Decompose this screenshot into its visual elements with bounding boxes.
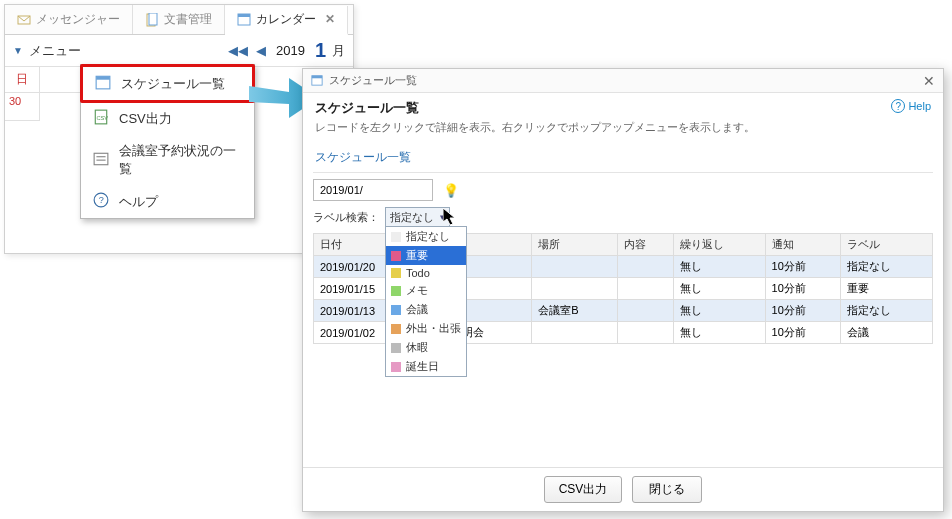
menu-item-room-status[interactable]: 会議室予約状況の一覧 — [81, 135, 254, 185]
dialog-subtitle: レコードを左クリックで詳細を表示。右クリックでポップアップメニューを表示します。 — [315, 120, 755, 135]
svg-marker-17 — [443, 208, 455, 225]
label-filter-caption: ラベル検索： — [313, 210, 379, 225]
month-suffix: 月 — [332, 42, 345, 60]
label-option-out[interactable]: 外出・出張 — [386, 319, 466, 338]
month-number: 1 — [315, 39, 326, 62]
menu-item-label: スケジュール一覧 — [121, 75, 225, 93]
label-option-memo[interactable]: メモ — [386, 281, 466, 300]
label-filter-select[interactable]: 指定なし ▾ — [385, 207, 450, 227]
schedule-list-dialog: スケジュール一覧 ✕ スケジュール一覧 レコードを左クリックで詳細を表示。右クリ… — [302, 68, 944, 512]
col-date[interactable]: 日付 — [314, 234, 388, 256]
date-filter-input[interactable] — [313, 179, 433, 201]
label-option-holiday[interactable]: 休暇 — [386, 338, 466, 357]
dialog-header: スケジュール一覧 レコードを左クリックで詳細を表示。右クリックでポップアップメニ… — [303, 93, 943, 139]
calendar-icon — [311, 74, 323, 88]
year-label: 2019 — [276, 43, 305, 58]
cursor-icon — [443, 208, 459, 228]
label-option-text: メモ — [406, 283, 428, 298]
menu-dropdown-icon[interactable]: ▼ — [13, 45, 23, 56]
label-option-important[interactable]: 重要 — [386, 246, 466, 265]
calendar-cell[interactable]: 30 — [5, 93, 40, 121]
cell-place — [532, 278, 618, 300]
list-icon — [93, 151, 109, 170]
tab-label: カレンダー — [256, 11, 316, 28]
color-swatch-icon — [391, 268, 401, 278]
highlight-box: スケジュール一覧 — [80, 64, 255, 103]
nav-prev-icon[interactable]: ◀ — [254, 43, 268, 58]
label-option-text: 指定なし — [406, 229, 450, 244]
label-option-none[interactable]: 指定なし — [386, 227, 466, 246]
cell-place — [532, 322, 618, 344]
cell-repeat: 無し — [674, 300, 766, 322]
label-filter-dropdown: 指定なし重要Todoメモ会議外出・出張休暇誕生日 — [385, 226, 467, 377]
col-place[interactable]: 場所 — [532, 234, 618, 256]
svg-rect-16 — [312, 75, 322, 78]
nav-first-icon[interactable]: ◀◀ — [226, 43, 250, 58]
cell-content — [617, 278, 673, 300]
label-option-bday[interactable]: 誕生日 — [386, 357, 466, 376]
hint-icon[interactable]: 💡 — [443, 183, 459, 198]
menu-item-csv-export[interactable]: CSV CSV出力 — [81, 102, 254, 135]
label-option-text: 誕生日 — [406, 359, 439, 374]
label-option-text: Todo — [406, 267, 430, 279]
color-swatch-icon — [391, 286, 401, 296]
tab-messenger[interactable]: メッセンジャー — [5, 5, 133, 34]
cell-repeat: 無し — [674, 278, 766, 300]
col-content[interactable]: 内容 — [617, 234, 673, 256]
cell-label: 指定なし — [841, 300, 933, 322]
close-button[interactable]: 閉じる — [632, 476, 702, 503]
menu-panel: スケジュール一覧 CSV CSV出力 会議室予約状況の一覧 ? ヘルプ — [80, 64, 255, 219]
menu-item-label: 会議室予約状況の一覧 — [119, 142, 242, 178]
menu-item-label: ヘルプ — [119, 193, 158, 211]
label-option-todo[interactable]: Todo — [386, 265, 466, 281]
svg-text:CSV: CSV — [96, 115, 108, 121]
svg-rect-9 — [94, 153, 108, 164]
label-filter-value: 指定なし — [390, 210, 434, 225]
csv-icon: CSV — [93, 109, 109, 128]
color-swatch-icon — [391, 324, 401, 334]
col-label[interactable]: ラベル — [841, 234, 933, 256]
label-option-text: 会議 — [406, 302, 428, 317]
tab-bar: メッセンジャー 文書管理 カレンダー ✕ — [5, 5, 353, 35]
cell-date: 2019/01/20 — [314, 256, 388, 278]
menu-item-help[interactable]: ? ヘルプ — [81, 185, 254, 218]
col-notify[interactable]: 通知 — [765, 234, 841, 256]
label-option-text: 外出・出張 — [406, 321, 461, 336]
cell-notify: 10分前 — [765, 322, 841, 344]
label-option-meeting[interactable]: 会議 — [386, 300, 466, 319]
cell-notify: 10分前 — [765, 278, 841, 300]
cell-repeat: 無し — [674, 256, 766, 278]
csv-export-button[interactable]: CSV出力 — [544, 476, 623, 503]
svg-text:?: ? — [99, 195, 104, 205]
help-link-label: Help — [908, 100, 931, 112]
cell-date: 2019/01/13 — [314, 300, 388, 322]
tab-docmgmt[interactable]: 文書管理 — [133, 5, 225, 34]
dialog-body: スケジュール一覧 💡 ラベル検索： 指定なし ▾ 指定なし重要Todoメモ会議外… — [303, 139, 943, 467]
cell-place: 会議室B — [532, 300, 618, 322]
menu-label[interactable]: メニュー — [29, 42, 81, 60]
tab-calendar[interactable]: カレンダー ✕ — [225, 6, 348, 35]
dialog-close-icon[interactable]: ✕ — [923, 73, 935, 89]
cell-content — [617, 300, 673, 322]
filter-row: 💡 — [313, 179, 933, 201]
section-title: スケジュール一覧 — [313, 143, 933, 173]
day-header-sun: 日 — [5, 67, 40, 92]
menu-item-schedule-list[interactable]: スケジュール一覧 — [83, 67, 252, 100]
cell-repeat: 無し — [674, 322, 766, 344]
label-option-text: 休暇 — [406, 340, 428, 355]
cell-notify: 10分前 — [765, 300, 841, 322]
color-swatch-icon — [391, 343, 401, 353]
help-link[interactable]: ? Help — [891, 99, 931, 113]
menu-item-label: CSV出力 — [119, 110, 172, 128]
calendar-icon — [237, 12, 251, 26]
col-repeat[interactable]: 繰り返し — [674, 234, 766, 256]
cell-date: 2019/01/02 — [314, 322, 388, 344]
dialog-titlebar: スケジュール一覧 ✕ — [303, 69, 943, 93]
cell-label: 会議 — [841, 322, 933, 344]
color-swatch-icon — [391, 232, 401, 242]
tab-label: 文書管理 — [164, 11, 212, 28]
mail-icon — [17, 13, 31, 27]
tab-close-icon[interactable]: ✕ — [325, 12, 335, 26]
cell-date: 2019/01/15 — [314, 278, 388, 300]
document-icon — [145, 13, 159, 27]
